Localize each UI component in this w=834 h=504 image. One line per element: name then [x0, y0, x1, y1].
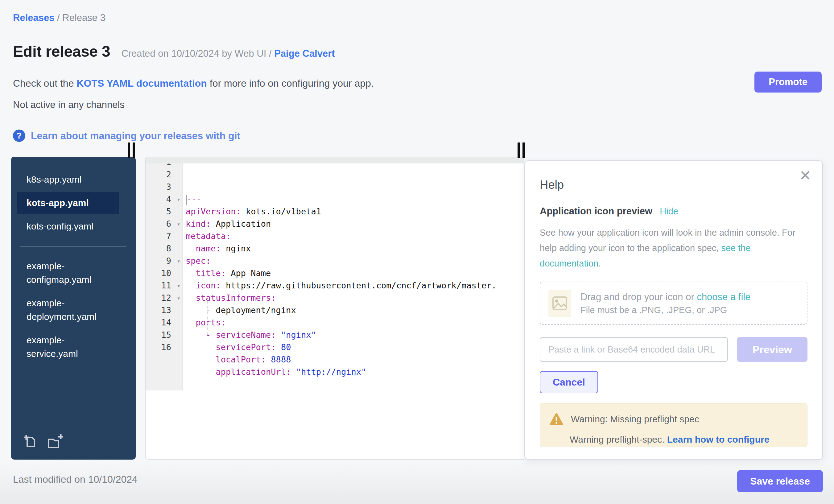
file-tree-item-kots-app-yaml[interactable]: kots-app.yaml: [17, 192, 119, 214]
help-resize-handle[interactable]: [518, 143, 525, 158]
yaml-editor[interactable]: 1234▾56▾789▾1011▾12▾13141516 ---apiVersi…: [145, 157, 524, 460]
line-number: 14: [146, 316, 182, 329]
dropzone-text: Drag and drop your icon or choose a file: [580, 291, 750, 303]
breadcrumb-separator: /: [54, 12, 62, 23]
help-panel-title: Help: [540, 178, 808, 192]
code-line: name: nginx: [186, 242, 524, 255]
main-content: k8s-app.yamlkots-app.yamlkots-config.yam…: [11, 157, 823, 460]
code-line: kind: Application: [186, 218, 524, 230]
code-line: icon: https://raw.githubusercontent.com/…: [186, 280, 524, 292]
line-number: 13: [146, 304, 182, 316]
warning-title: Warning: Missing preflight spec: [571, 414, 699, 424]
line-number: 9▾: [146, 255, 182, 267]
cancel-button[interactable]: Cancel: [540, 371, 598, 393]
release-meta: Created on 10/10/2024 by Web UI / Paige …: [121, 48, 335, 59]
icon-url-input[interactable]: [540, 337, 728, 362]
code-line: ports:: [186, 316, 524, 329]
fold-arrow-icon[interactable]: ▾: [177, 218, 180, 230]
code-line: apiVersion: kots.io/v1beta1: [186, 205, 524, 218]
file-tree-item-example-deployment-yaml[interactable]: example-deployment.yaml: [17, 292, 119, 328]
code-line: - serviceName: "nginx": [186, 329, 524, 341]
code-line: applicationUrl: "http://nginx": [186, 366, 524, 378]
line-number: 8: [146, 242, 182, 255]
docs-line: Check out the KOTS YAML documentation fo…: [13, 78, 374, 89]
footer-bar: Last modified on 10/10/2024 Save release: [0, 460, 834, 504]
editor-gutter: 1234▾56▾789▾1011▾12▾13141516: [146, 157, 182, 391]
file-tree-item-example-configmap-yaml[interactable]: example-configmap.yaml: [17, 255, 119, 291]
line-number: 15: [146, 329, 182, 341]
close-icon[interactable]: ✕: [799, 169, 811, 182]
line-number: 7: [146, 230, 182, 242]
fold-arrow-icon[interactable]: ▾: [177, 292, 180, 304]
code-line: metadata:: [186, 230, 524, 242]
help-panel: ✕ Help Application icon preview Hide See…: [524, 160, 823, 460]
line-number: 2: [146, 169, 182, 181]
breadcrumb: Releases / Release 3: [13, 12, 106, 23]
icon-preview-description: See how your application icon will look …: [540, 225, 808, 271]
indent-guide: [207, 299, 208, 336]
line-number: 12▾: [146, 292, 182, 304]
last-modified-text: Last modified on 10/10/2024: [13, 474, 137, 485]
choose-file-link[interactable]: choose a file: [697, 291, 750, 302]
kots-yaml-docs-link[interactable]: KOTS YAML documentation: [76, 78, 207, 89]
page-title: Edit release 3: [13, 43, 110, 61]
sidebar-footer-divider: [20, 418, 127, 418]
fold-arrow-icon[interactable]: ▾: [177, 280, 180, 292]
icon-preview-title: Application icon preview: [540, 206, 652, 217]
editor-code[interactable]: ---apiVersion: kots.io/v1beta1kind: Appl…: [182, 157, 524, 391]
file-tree-item-kots-config-yaml[interactable]: kots-config.yaml: [17, 215, 119, 238]
code-line: servicePort: 80: [186, 341, 524, 353]
line-number: 5: [146, 205, 182, 218]
image-placeholder-icon: [548, 290, 571, 317]
line-number: 16: [146, 341, 182, 353]
code-line: title: App Name: [186, 267, 524, 280]
add-folder-icon[interactable]: [46, 434, 65, 451]
channel-status: Not active in any channels: [13, 99, 125, 110]
code-line: - deployment/nginx: [186, 304, 524, 316]
dropzone-hint: File must be a .PNG, .JPEG, or .JPG: [580, 305, 750, 315]
title-row: Edit release 3 Created on 10/10/2024 by …: [13, 43, 335, 61]
warning-triangle-icon: [549, 413, 564, 426]
git-releases-link[interactable]: Learn about managing your releases with …: [31, 130, 240, 141]
fold-arrow-icon[interactable]: ▾: [177, 193, 180, 205]
git-help-row: ? Learn about managing your releases wit…: [13, 130, 240, 142]
code-line: spec:: [186, 255, 524, 267]
preflight-warning-box: Warning: Missing preflight spec Warning …: [540, 403, 808, 447]
breadcrumb-releases-link[interactable]: Releases: [13, 12, 54, 23]
breadcrumb-current: Release 3: [62, 12, 106, 23]
code-line: statusInformers:: [186, 292, 524, 304]
add-file-icon[interactable]: [22, 434, 38, 451]
learn-configure-link[interactable]: Learn how to configure: [667, 434, 770, 444]
fold-arrow-icon[interactable]: ▾: [177, 255, 180, 267]
save-release-button[interactable]: Save release: [737, 470, 823, 492]
editor-top-strip: [146, 157, 524, 163]
question-circle-icon: ?: [13, 130, 25, 142]
line-number: 3: [146, 181, 182, 193]
code-line: ---: [186, 193, 524, 205]
code-line: localPort: 8888: [186, 353, 524, 366]
hide-link[interactable]: Hide: [660, 206, 678, 217]
line-number: 4▾: [146, 193, 182, 205]
line-number: 10: [146, 267, 182, 280]
preview-button[interactable]: Preview: [737, 337, 808, 362]
file-tree-item-example-service-yaml[interactable]: example-service.yaml: [17, 329, 119, 365]
author-link[interactable]: Paige Calvert: [274, 48, 335, 59]
sidebar-divider: [20, 246, 127, 246]
line-number: 11▾: [146, 280, 182, 292]
code-line: [186, 378, 524, 391]
warning-detail: Warning preflight-spec. Learn how to con…: [570, 434, 798, 445]
sidebar-resize-handle[interactable]: [128, 143, 135, 158]
file-tree-sidebar: k8s-app.yamlkots-app.yamlkots-config.yam…: [11, 157, 136, 460]
file-tree-item-k8s-app-yaml[interactable]: k8s-app.yaml: [17, 169, 119, 191]
icon-dropzone[interactable]: Drag and drop your icon or choose a file…: [540, 282, 808, 325]
line-number: 6▾: [146, 218, 182, 230]
promote-button[interactable]: Promote: [754, 71, 822, 92]
